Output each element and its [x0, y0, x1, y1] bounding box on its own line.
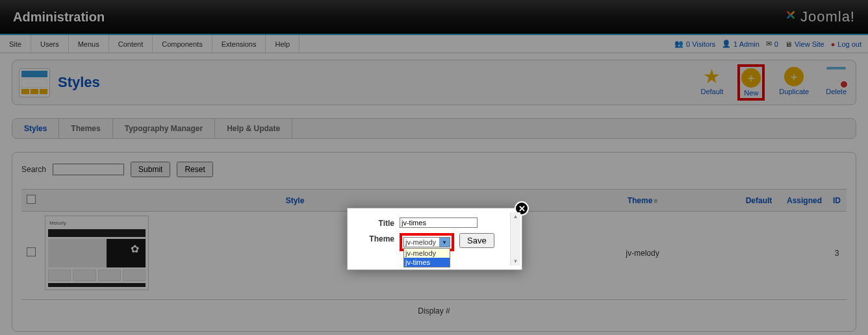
new-style-modal: ✕ ▲▼ Title Theme jv-melody ▼ jv-melody j… [347, 208, 522, 270]
theme-selected-value: jv-melody [405, 238, 436, 246]
scroll-up-icon[interactable]: ▲ [513, 214, 518, 219]
theme-dropdown[interactable]: jv-melody ▼ jv-melody jv-times [403, 237, 450, 247]
title-input[interactable] [400, 217, 478, 228]
theme-option-1[interactable]: jv-times [404, 258, 450, 267]
modal-overlay[interactable] [0, 0, 868, 335]
scroll-down-icon[interactable]: ▼ [513, 258, 518, 264]
theme-label: Theme [355, 233, 394, 243]
chevron-down-icon: ▼ [439, 238, 450, 247]
theme-dropdown-selected[interactable]: jv-melody ▼ [403, 237, 450, 247]
save-button[interactable]: Save [459, 233, 494, 248]
title-label: Title [355, 217, 394, 228]
theme-option-0[interactable]: jv-melody [404, 249, 450, 258]
modal-scrollbar[interactable]: ▲▼ [510, 212, 520, 266]
theme-dropdown-options: jv-melody jv-times [403, 248, 450, 267]
